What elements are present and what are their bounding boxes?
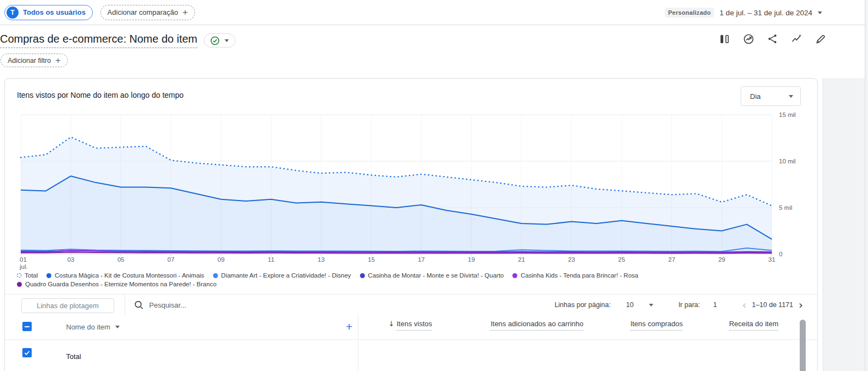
legend-item: Casinha Kids - Tenda para Brincar! - Ros… [512,272,638,279]
search-icon [134,300,144,310]
legend-label: Casinha Kids - Tenda para Brincar! - Ros… [521,272,638,279]
granularity-select[interactable]: Dia [741,86,801,106]
indeterminate-mark [25,326,29,327]
dimension-column-header[interactable]: Nome do item [66,323,120,331]
next-page-icon[interactable]: › [799,299,803,310]
granularity-value: Dia [750,92,761,101]
pagination-controls: Linhas por página: 10 Ir para: 1 ‹ 1–10 … [554,295,803,315]
x-axis-label: 05 [117,256,125,263]
x-axis-label: 15 [368,256,375,263]
select-all-checkbox[interactable] [22,322,32,331]
go-to-value[interactable]: 1 [713,301,717,309]
total-row-label: Total [66,352,81,361]
audience-chip[interactable]: T Todos os usuários [4,5,93,20]
legend-item: Costura Mágica - Kit de Costura Montesso… [46,272,204,279]
table-controls: Linhas de plotagem Linhas por página: 10… [5,294,818,315]
x-axis-label: 31 [769,256,776,263]
x-axis-label: 23 [568,256,575,263]
metric-column-header[interactable]: Itens adicionados ao carrinho [432,320,583,328]
legend-item: Total [17,272,38,279]
x-axis-label: 13 [318,256,325,263]
metric-column-header[interactable]: Receita do item [683,320,778,328]
right-rail [823,78,865,371]
chevron-down-icon [789,95,793,98]
x-axis-label: 11 [268,256,274,263]
y-axis-label: 15 mil [779,111,796,118]
total-row-checkbox[interactable] [22,348,32,357]
share-icon[interactable] [766,33,778,45]
add-filter-chip[interactable]: Adicionar filtro + [1,54,68,67]
go-to-label: Ir para: [678,301,700,309]
legend-label: Costura Mágica - Kit de Costura Montesso… [55,272,204,279]
add-column-icon[interactable]: + [346,320,352,333]
report-header: Compras de e-commerce: Nome do item [0,33,235,48]
edit-icon[interactable] [814,33,826,45]
report-status-badge[interactable] [204,33,235,48]
table-row-total: Total 244.123100% do total10.070100% do … [5,340,818,371]
sparkline-icon[interactable] [790,33,802,45]
compare-icon[interactable] [718,33,730,45]
metric-column-label: Receita do item [729,320,778,331]
x-axis-sublabel: jul. [19,263,28,270]
legend-dashed-dot-icon [17,273,21,278]
page-scrollbar[interactable] [865,0,868,371]
chevron-down-icon [115,326,120,328]
legend-dot-icon [213,273,218,278]
chevron-down-icon [818,11,822,14]
legend-label: Total [25,272,38,279]
report-card: Itens vistos por Nome do item ao longo d… [4,78,818,371]
legend-label: Casinha de Montar - Monte e se Divirta! … [368,272,504,279]
insights-icon[interactable] [742,33,754,45]
y-axis-label: 5 mil [779,204,792,211]
x-axis-label: 25 [618,256,625,263]
legend-dot-icon [512,273,517,278]
date-range-value: 1 de jul. – 31 de jul. de 2024 [719,9,812,17]
legend-item: Diamante Art - Explore a Criatividade! -… [213,272,351,279]
search-box [134,295,313,315]
plus-icon: + [55,56,61,65]
y-axis-label: 0 [779,251,782,257]
sort-descending-icon: ↓ [388,320,394,328]
line-chart: 15 mil10 mil5 mil001jul.0305070911131517… [5,108,818,271]
rows-per-page-label: Linhas por página: [554,301,611,309]
legend-item: Casinha de Montar - Monte e se Divirta! … [360,272,504,279]
dimension-column-label: Nome do item [66,323,110,331]
legend-dot-icon [17,282,22,287]
pagination-range: 1–10 de 1171 [752,301,793,309]
metric-column-header[interactable]: ↓Itens vistos [358,320,432,328]
metric-column-label: Itens adicionados ao carrinho [491,320,583,331]
add-comparison-label: Adicionar comparação [108,8,178,16]
legend-dot-icon [360,273,365,278]
add-comparison-chip[interactable]: Adicionar comparação + [101,5,195,20]
x-axis-label: 01 [20,256,27,263]
chart-legend: TotalCostura Mágica - Kit de Costura Mon… [17,272,804,287]
x-axis-label: 19 [468,256,475,263]
legend-dot-icon [46,273,51,278]
page-title: Compras de e-commerce: Nome do item [0,33,197,48]
x-axis-label: 21 [518,256,525,263]
metric-column-header[interactable]: Itens comprados [583,320,683,328]
audience-chip-label: Todos os usuários [23,8,86,16]
x-axis-label: 17 [418,256,425,263]
metric-headers: ↓Itens vistosItens adicionados ao carrin… [358,320,778,328]
chevron-down-icon [225,39,229,42]
legend-item: Quadro Guarda Desenhos - Eternize Moment… [17,281,216,287]
ga4-report-page: T Todos os usuários Adicionar comparação… [0,0,868,371]
date-type-badge: Personalizado [665,8,714,17]
x-axis-label: 07 [168,256,175,263]
rows-per-page-value[interactable]: 10 [626,301,634,309]
x-axis-label: 29 [718,256,725,263]
plot-rows-button[interactable]: Linhas de plotagem [21,298,114,313]
legend-label: Diamante Art - Explore a Criatividade! -… [221,272,351,279]
plus-icon: + [182,8,188,17]
previous-page-icon[interactable]: ‹ [742,299,746,310]
divider [125,295,125,315]
metric-column-label: Itens vistos [397,320,432,331]
date-range-selector[interactable]: Personalizado 1 de jul. – 31 de jul. de … [665,0,822,25]
report-toolbar [718,33,826,45]
chevron-down-icon[interactable] [649,304,653,307]
y-axis-label: 10 mil [779,158,796,164]
audience-avatar: T [7,7,19,19]
search-input[interactable] [149,301,313,309]
x-axis-label: 27 [668,256,675,263]
